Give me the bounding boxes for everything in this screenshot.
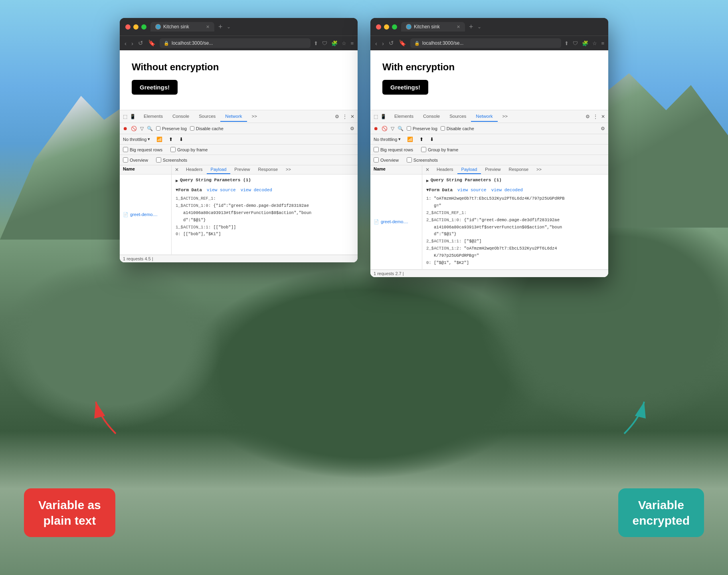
address-bar-left[interactable]: 🔒 localhost:3000/se... bbox=[160, 38, 311, 48]
shield-icon-left[interactable]: 🛡 bbox=[322, 40, 327, 46]
back-button-left[interactable]: ‹ bbox=[124, 39, 127, 48]
network-settings-icon-right[interactable]: ⚙ bbox=[601, 126, 605, 131]
new-tab-left[interactable]: + bbox=[218, 23, 223, 31]
tab-console-right[interactable]: Console bbox=[418, 111, 445, 122]
tab-kitchen-sink-right[interactable]: 🌐 Kitchen sink ✕ bbox=[401, 22, 465, 32]
bookmark-button-right[interactable]: 🔖 bbox=[398, 39, 407, 48]
close-button-left[interactable] bbox=[125, 24, 131, 30]
wifi-icon-right[interactable]: 📶 bbox=[407, 137, 413, 142]
forward-button-left[interactable]: › bbox=[131, 39, 134, 48]
network-filename-left[interactable]: 📄 greet-demo.... bbox=[120, 174, 172, 254]
close-devtools-left[interactable]: ✕ bbox=[350, 114, 354, 119]
device-icon-right[interactable]: 📱 bbox=[380, 114, 386, 119]
maximize-button-right[interactable] bbox=[392, 24, 397, 30]
disable-cache-checkbox-left[interactable] bbox=[190, 126, 194, 131]
tab-kitchen-sink-left[interactable]: 🌐 Kitchen sink ✕ bbox=[150, 22, 214, 32]
clear-icon-left[interactable]: 🚫 bbox=[131, 126, 137, 131]
network-filename-right[interactable]: 📄 greet-demo.... bbox=[370, 174, 422, 269]
tab-elements-left[interactable]: Elements bbox=[139, 111, 168, 122]
close-button-right[interactable] bbox=[376, 24, 381, 30]
more-icon-left[interactable]: ⋮ bbox=[342, 114, 347, 119]
star-icon-left[interactable]: ☆ bbox=[342, 40, 346, 46]
payload-close-left[interactable]: ✕ bbox=[172, 165, 182, 174]
tab-more-right[interactable]: >> bbox=[498, 111, 512, 122]
address-bar-right[interactable]: 🔒 localhost:3000/se... bbox=[410, 38, 561, 48]
tab-close-right[interactable]: ✕ bbox=[457, 24, 460, 30]
filter-icon-right[interactable]: ▽ bbox=[391, 126, 394, 131]
payload-tab-preview-right[interactable]: Preview bbox=[481, 165, 504, 174]
search-icon-left[interactable]: 🔍 bbox=[147, 126, 153, 131]
payload-tab-more-left[interactable]: >> bbox=[282, 165, 295, 174]
tab-network-left[interactable]: Network bbox=[220, 111, 247, 122]
share-icon-left[interactable]: ⬆ bbox=[314, 40, 318, 46]
throttle-select-left[interactable]: No throttling ▾ bbox=[123, 137, 150, 142]
device-icon-left[interactable]: 📱 bbox=[130, 114, 136, 119]
tab-close-left[interactable]: ✕ bbox=[206, 24, 210, 30]
search-icon-right[interactable]: 🔍 bbox=[398, 126, 404, 131]
payload-tab-payload-right[interactable]: Payload bbox=[457, 165, 481, 174]
greet-button-right[interactable]: Greetings! bbox=[382, 80, 428, 95]
clear-icon-right[interactable]: 🚫 bbox=[382, 126, 388, 131]
tab-sources-left[interactable]: Sources bbox=[194, 111, 220, 122]
upload-icon-right[interactable]: ⬆ bbox=[419, 137, 423, 142]
overview-checkbox-left[interactable] bbox=[123, 157, 128, 163]
minimize-button-left[interactable] bbox=[133, 24, 138, 30]
greet-button-left[interactable]: Greetings! bbox=[132, 80, 178, 95]
network-settings-icon-left[interactable]: ⚙ bbox=[350, 126, 354, 131]
payload-tab-more-right[interactable]: >> bbox=[532, 165, 546, 174]
download-icon-left[interactable]: ⬇ bbox=[179, 137, 183, 142]
view-decoded-right[interactable]: view decoded bbox=[491, 187, 523, 194]
minimize-button-right[interactable] bbox=[384, 24, 389, 30]
filter-icon-left[interactable]: ▽ bbox=[140, 126, 144, 131]
view-source-left[interactable]: view source bbox=[207, 187, 236, 194]
extension-icon-left[interactable]: 🧩 bbox=[331, 40, 338, 46]
tab-sources-right[interactable]: Sources bbox=[445, 111, 471, 122]
screenshots-checkbox-left[interactable] bbox=[156, 157, 161, 163]
menu-icon-right[interactable]: ≡ bbox=[601, 40, 604, 46]
payload-tab-headers-left[interactable]: Headers bbox=[182, 165, 207, 174]
payload-tab-payload-left[interactable]: Payload bbox=[207, 165, 231, 174]
back-button-right[interactable]: ‹ bbox=[374, 39, 378, 48]
record-icon-right[interactable]: ⏺ bbox=[374, 126, 378, 131]
payload-tab-preview-left[interactable]: Preview bbox=[230, 165, 254, 174]
big-rows-checkbox-right[interactable] bbox=[374, 147, 379, 152]
shield-icon-right[interactable]: 🛡 bbox=[573, 40, 578, 46]
wifi-icon-left[interactable]: 📶 bbox=[156, 137, 162, 142]
screenshots-checkbox-right[interactable] bbox=[407, 157, 412, 163]
tab-elements-right[interactable]: Elements bbox=[390, 111, 418, 122]
payload-close-right[interactable]: ✕ bbox=[422, 165, 433, 174]
preserve-log-checkbox-left[interactable] bbox=[156, 126, 160, 131]
view-source-right[interactable]: view source bbox=[457, 187, 487, 194]
reload-button-left[interactable]: ↺ bbox=[137, 39, 144, 48]
big-rows-checkbox-left[interactable] bbox=[123, 147, 128, 152]
close-devtools-right[interactable]: ✕ bbox=[601, 114, 605, 119]
payload-tab-headers-right[interactable]: Headers bbox=[433, 165, 457, 174]
group-frame-checkbox-right[interactable] bbox=[421, 147, 426, 152]
maximize-button-left[interactable] bbox=[141, 24, 146, 30]
reload-button-right[interactable]: ↺ bbox=[388, 39, 395, 48]
record-icon-left[interactable]: ⏺ bbox=[123, 126, 128, 131]
tab-network-right[interactable]: Network bbox=[471, 111, 497, 122]
tab-more-left[interactable]: >> bbox=[247, 111, 262, 122]
settings-icon-right[interactable]: ⚙ bbox=[586, 114, 590, 119]
inspect-icon-left[interactable]: ⬚ bbox=[123, 114, 127, 119]
extension-icon-right[interactable]: 🧩 bbox=[582, 40, 588, 46]
view-decoded-left[interactable]: view decoded bbox=[241, 187, 272, 194]
overview-checkbox-right[interactable] bbox=[374, 157, 379, 163]
group-frame-checkbox-left[interactable] bbox=[170, 147, 176, 152]
tab-console-left[interactable]: Console bbox=[168, 111, 194, 122]
new-tab-right[interactable]: + bbox=[469, 23, 473, 31]
menu-icon-left[interactable]: ≡ bbox=[350, 40, 354, 46]
tab-chevron-left[interactable]: ⌄ bbox=[227, 24, 231, 30]
more-icon-right[interactable]: ⋮ bbox=[593, 114, 598, 119]
throttle-select-right[interactable]: No throttling ▾ bbox=[374, 137, 401, 142]
forward-button-right[interactable]: › bbox=[381, 39, 385, 48]
bookmark-button-left[interactable]: 🔖 bbox=[147, 39, 156, 48]
download-icon-right[interactable]: ⬇ bbox=[430, 137, 434, 142]
share-icon-right[interactable]: ⬆ bbox=[564, 40, 569, 46]
upload-icon-left[interactable]: ⬆ bbox=[169, 137, 173, 142]
payload-tab-response-right[interactable]: Response bbox=[504, 165, 532, 174]
star-icon-right[interactable]: ☆ bbox=[592, 40, 597, 46]
settings-icon-left[interactable]: ⚙ bbox=[335, 114, 339, 119]
payload-tab-response-left[interactable]: Response bbox=[254, 165, 282, 174]
